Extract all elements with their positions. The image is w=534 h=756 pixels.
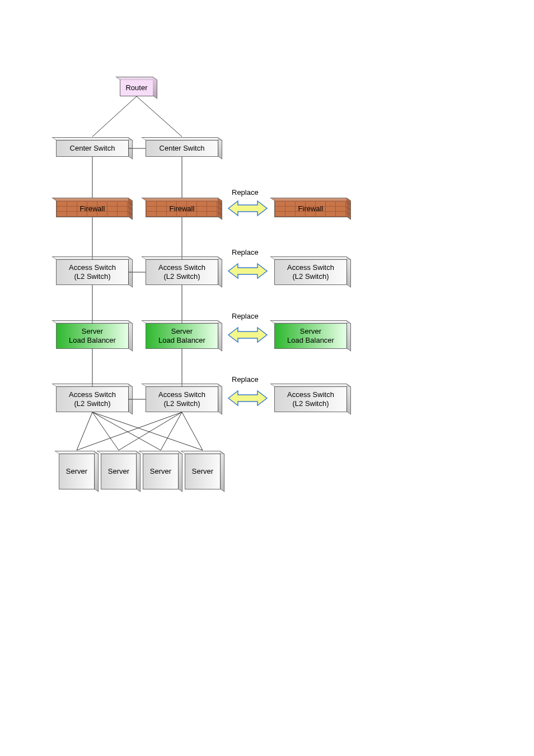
server-3: Server — [143, 454, 179, 489]
access-switch-2-right: Access Switch (L2 Switch) — [146, 386, 218, 412]
replace-arrow-2 — [227, 262, 269, 281]
access-switch-1-replacement-line1: Access Switch — [287, 263, 334, 272]
svg-line-17 — [77, 412, 182, 450]
access-switch-1-right-line1: Access Switch — [158, 263, 205, 272]
load-balancer-left-line1: Server — [82, 327, 103, 336]
server-1: Server — [59, 454, 95, 489]
load-balancer-replacement-line2: Load Balancer — [287, 336, 334, 345]
load-balancer-left: Server Load Balancer — [56, 323, 129, 349]
svg-marker-23 — [228, 328, 267, 342]
server-3-label: Server — [150, 467, 171, 476]
access-switch-1-right: Access Switch (L2 Switch) — [146, 259, 218, 285]
firewall-replacement: Firewall — [274, 200, 347, 217]
server-4: Server — [185, 454, 221, 489]
svg-line-18 — [119, 412, 182, 450]
access-switch-2-replacement-line1: Access Switch — [287, 390, 334, 399]
svg-line-20 — [182, 412, 203, 450]
svg-line-19 — [161, 412, 182, 450]
load-balancer-replacement-line1: Server — [300, 327, 321, 336]
firewall-left: Firewall — [56, 200, 129, 217]
access-switch-1-replacement: Access Switch (L2 Switch) — [274, 259, 347, 285]
access-switch-2-replacement-line2: (L2 Switch) — [292, 399, 329, 408]
svg-line-1 — [137, 96, 182, 137]
load-balancer-replacement: Server Load Balancer — [274, 323, 347, 349]
svg-line-14 — [92, 412, 119, 450]
access-switch-1-replacement-line2: (L2 Switch) — [292, 272, 329, 281]
replace-label-1: Replace — [232, 188, 259, 197]
server-4-label: Server — [192, 467, 213, 476]
server-2: Server — [101, 454, 137, 489]
svg-line-15 — [92, 412, 161, 450]
firewall-replacement-label: Firewall — [298, 204, 324, 213]
replace-label-3: Replace — [232, 312, 259, 320]
load-balancer-right-line1: Server — [171, 327, 193, 336]
access-switch-2-replacement: Access Switch (L2 Switch) — [274, 386, 347, 412]
replace-label-4: Replace — [232, 375, 259, 384]
access-switch-2-left-line1: Access Switch — [69, 390, 116, 399]
firewall-left-label: Firewall — [80, 204, 105, 213]
replace-arrow-4 — [227, 389, 269, 408]
svg-line-0 — [92, 96, 137, 137]
access-switch-2-left-line2: (L2 Switch) — [74, 399, 110, 408]
svg-marker-21 — [228, 201, 267, 216]
svg-marker-24 — [228, 391, 267, 405]
center-switch-right: Center Switch — [146, 140, 218, 157]
router-node: Router — [120, 80, 153, 96]
server-1-label: Server — [66, 467, 87, 476]
access-switch-1-left-line2: (L2 Switch) — [74, 272, 110, 281]
firewall-right-label: Firewall — [170, 204, 195, 213]
load-balancer-left-line2: Load Balancer — [69, 336, 116, 345]
center-switch-left: Center Switch — [56, 140, 129, 157]
router-label: Router — [125, 83, 147, 92]
load-balancer-right-line2: Load Balancer — [158, 336, 205, 345]
replace-arrow-1 — [227, 199, 269, 218]
load-balancer-right: Server Load Balancer — [146, 323, 218, 349]
access-switch-2-left: Access Switch (L2 Switch) — [56, 386, 129, 412]
replace-label-2: Replace — [232, 248, 259, 256]
svg-marker-22 — [228, 264, 267, 278]
svg-line-16 — [92, 412, 203, 450]
replace-arrow-3 — [227, 325, 269, 344]
diagram-stage: Router Center Switch Center Switch Firew… — [0, 0, 534, 756]
access-switch-1-right-line2: (L2 Switch) — [163, 272, 200, 281]
access-switch-1-left: Access Switch (L2 Switch) — [56, 259, 129, 285]
center-switch-right-label: Center Switch — [160, 144, 205, 153]
svg-line-13 — [77, 412, 92, 450]
connection-lines — [0, 0, 534, 756]
access-switch-1-left-line1: Access Switch — [69, 263, 116, 272]
server-2-label: Server — [108, 467, 129, 476]
center-switch-left-label: Center Switch — [70, 144, 115, 153]
access-switch-2-right-line2: (L2 Switch) — [163, 399, 200, 408]
access-switch-2-right-line1: Access Switch — [158, 390, 205, 399]
firewall-right: Firewall — [146, 200, 218, 217]
